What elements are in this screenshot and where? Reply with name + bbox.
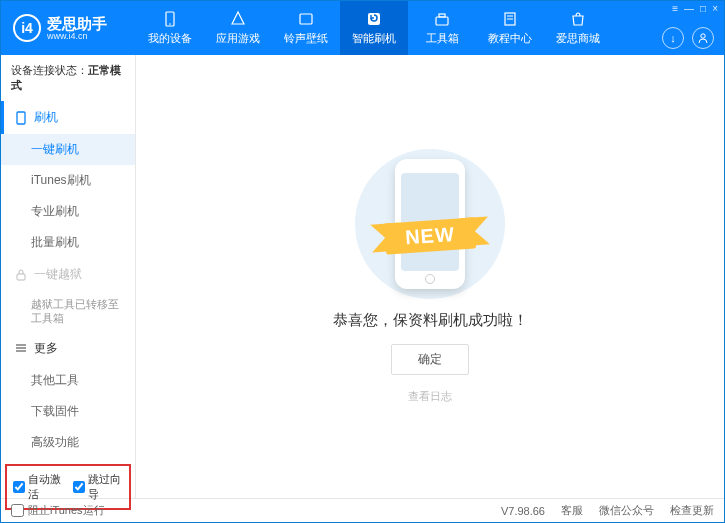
connection-status: 设备连接状态：正常模式 [1,55,135,101]
sidebar-item-advanced[interactable]: 高级功能 [1,427,135,458]
minimize-icon[interactable]: — [684,3,694,14]
nav-my-device[interactable]: 我的设备 [136,1,204,55]
sidebar: 设备连接状态：正常模式 刷机 一键刷机 iTunes刷机 专业刷机 批量刷机 一… [1,55,136,498]
wechat-link[interactable]: 微信公众号 [599,503,654,518]
sidebar-item-pro-flash[interactable]: 专业刷机 [1,196,135,227]
user-button[interactable] [692,27,714,49]
sidebar-group-jailbreak[interactable]: 一键越狱 [1,258,135,291]
svg-rect-11 [17,274,25,280]
checkbox-skip-guide[interactable]: 跳过向导 [73,472,123,502]
svg-rect-10 [17,112,25,124]
version-label: V7.98.66 [501,505,545,517]
main-panel: NEW 恭喜您，保资料刷机成功啦！ 确定 查看日志 [136,55,724,498]
nav-store[interactable]: 爱思商城 [544,1,612,55]
close-icon[interactable]: × [712,3,718,14]
ok-button[interactable]: 确定 [391,344,469,375]
sidebar-item-download-firmware[interactable]: 下载固件 [1,396,135,427]
toolbox-icon [433,10,451,28]
sidebar-item-one-click-flash[interactable]: 一键刷机 [1,134,135,165]
book-icon [501,10,519,28]
nav-toolbox[interactable]: 工具箱 [408,1,476,55]
phone-icon [14,111,28,125]
app-name: 爱思助手 [47,16,107,31]
success-message: 恭喜您，保资料刷机成功啦！ [333,311,528,330]
more-icon [14,341,28,355]
new-ribbon: NEW [384,217,476,254]
wallpaper-icon [297,10,315,28]
sidebar-item-batch-flash[interactable]: 批量刷机 [1,227,135,258]
svg-point-9 [701,34,705,38]
jailbreak-note: 越狱工具已转移至 工具箱 [1,291,135,332]
sidebar-group-flash[interactable]: 刷机 [1,101,135,134]
svg-rect-5 [439,14,445,17]
logo-icon: i4 [13,14,41,42]
checkbox-auto-activate[interactable]: 自动激活 [13,472,63,502]
flash-icon [365,10,383,28]
view-log-link[interactable]: 查看日志 [408,389,452,404]
sidebar-group-more[interactable]: 更多 [1,332,135,365]
device-icon [161,10,179,28]
nav-tutorials[interactable]: 教程中心 [476,1,544,55]
titlebar: i4 爱思助手 www.i4.cn 我的设备 应用游戏 铃声壁纸 智能刷机 工具… [1,1,724,55]
sidebar-item-itunes-flash[interactable]: iTunes刷机 [1,165,135,196]
check-update-link[interactable]: 检查更新 [670,503,714,518]
app-url: www.i4.cn [47,31,107,41]
window-controls: ≡ — □ × [672,3,718,14]
download-button[interactable]: ↓ [662,27,684,49]
support-link[interactable]: 客服 [561,503,583,518]
lock-icon [14,268,28,282]
svg-rect-2 [300,14,312,24]
apps-icon [229,10,247,28]
nav-smart-flash[interactable]: 智能刷机 [340,1,408,55]
svg-point-1 [169,23,171,25]
svg-rect-4 [436,17,448,25]
success-illustration: NEW [355,149,505,299]
nav-ringtones[interactable]: 铃声壁纸 [272,1,340,55]
nav-apps[interactable]: 应用游戏 [204,1,272,55]
maximize-icon[interactable]: □ [700,3,706,14]
app-logo: i4 爱思助手 www.i4.cn [1,14,136,42]
settings-icon[interactable]: ≡ [672,3,678,14]
checkbox-block-itunes[interactable]: 阻止iTunes运行 [11,503,105,518]
store-icon [569,10,587,28]
sidebar-item-other-tools[interactable]: 其他工具 [1,365,135,396]
top-nav: 我的设备 应用游戏 铃声壁纸 智能刷机 工具箱 教程中心 爱思商城 [136,1,612,55]
